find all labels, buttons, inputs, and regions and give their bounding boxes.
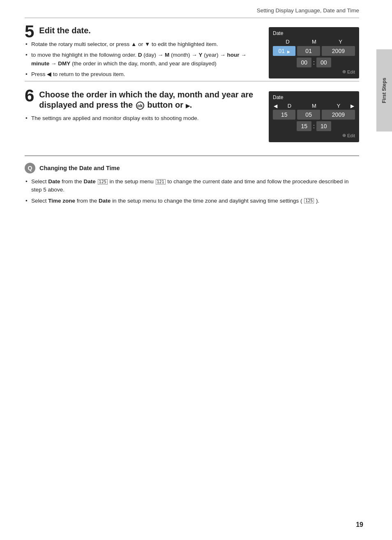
display2-minute: 10 (316, 121, 331, 131)
section-6: 6 Choose the order in which the day, mon… (25, 81, 359, 142)
page-number: 19 (356, 521, 363, 528)
section-6-bullets: The settings are applied and monitor dis… (25, 114, 259, 122)
date-display-2: Date ◀ D M Y ▶ 15 05 2009 15 (269, 91, 359, 142)
display1-date-row: 01 ▶ 01 2009 (273, 46, 355, 56)
section-5: 5 Edit the date. Rotate the rotary multi… (25, 18, 359, 81)
section-5-heading-block: 5 Edit the date. (25, 25, 259, 40)
note-icon: Q (25, 163, 35, 173)
section-5-left: 5 Edit the date. Rotate the rotary multi… (25, 25, 259, 81)
date-display-1: Date D M Y 01 ▶ 01 2009 00 : (269, 27, 359, 78)
display1-time-row: 00 : 00 (273, 58, 355, 67)
section-5-bullet-2-bold: D (138, 52, 142, 58)
display2-hour: 15 (297, 121, 311, 131)
note-bullet-1: Select Date from the Date 125 in the set… (25, 178, 359, 194)
note-title: Changing the Date and Time (39, 165, 120, 171)
display2-date-row: 15 05 2009 (273, 110, 355, 120)
section-6-number: 6 (25, 87, 34, 104)
sidebar-label: First Steps (376, 49, 392, 132)
display2-nav: ◀ D M Y ▶ (273, 103, 355, 109)
section-5-bullet-2: to move the highlight in the following o… (25, 51, 259, 68)
section-5-title: Edit the date. (25, 25, 259, 36)
page-title: Setting Display Language, Date and Time (257, 7, 359, 14)
display1-year: 2009 (322, 46, 355, 56)
section-5-bullet-1: Rotate the rotary multi selector, or pre… (25, 40, 259, 48)
display2-year: 2009 (322, 110, 355, 120)
main-content: 5 Edit the date. Rotate the rotary multi… (0, 18, 392, 205)
section-6-title: Choose the order in which the day, month… (25, 90, 259, 110)
display1-edit: ⊕ Edit (273, 69, 355, 74)
note-bullet-2: Select Time zone from the Date in the se… (25, 197, 359, 205)
page-header: Setting Display Language, Date and Time (0, 0, 392, 18)
bottom-note-header: Q Changing the Date and Time (25, 163, 359, 173)
display2-day: 15 (273, 110, 295, 120)
ok-icon: ok (136, 102, 144, 110)
section-6-left: 6 Choose the order in which the day, mon… (25, 90, 259, 125)
section-5-bullet-3: Press ◀ to return to the previous item. (25, 70, 259, 78)
display1-month: 01 (297, 46, 320, 56)
left-arrow: ◀ (274, 103, 277, 109)
display2-month: 05 (297, 110, 320, 120)
display2-time-row: 15 : 10 (273, 121, 355, 131)
right-arrow: ▶ (350, 103, 354, 109)
section-5-bullets: Rotate the rotary multi selector, or pre… (25, 40, 259, 78)
display2-edit: ⊕ Edit (273, 133, 355, 138)
date-label-2: Date (273, 95, 355, 100)
section-6-bullet-1: The settings are applied and monitor dis… (25, 114, 259, 122)
display1-header: D M Y (273, 39, 355, 45)
display1-day: 01 ▶ (273, 46, 295, 56)
page: Setting Display Language, Date and Time … (0, 0, 392, 540)
note-bullets: Select Date from the Date 125 in the set… (25, 178, 359, 205)
bottom-note: Q Changing the Date and Time Select Date… (25, 155, 359, 205)
display1-minute: 00 (316, 58, 331, 67)
section-6-heading-block: 6 Choose the order in which the day, mon… (25, 90, 259, 114)
section-5-number: 5 (25, 23, 34, 40)
display1-hour: 00 (297, 58, 311, 67)
date-label-1: Date (273, 30, 355, 36)
